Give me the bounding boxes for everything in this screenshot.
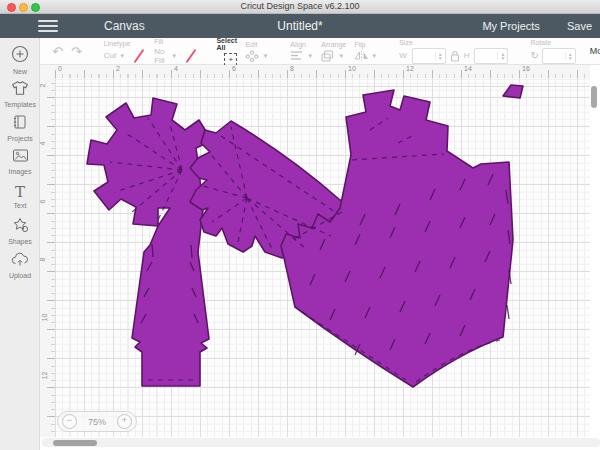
linetype-color-swatch[interactable] xyxy=(132,49,146,63)
fill-group: Fill No Fill▼ xyxy=(154,38,194,65)
ruler-corner xyxy=(40,65,55,79)
my-projects-link[interactable]: My Projects xyxy=(482,20,539,32)
flip-dropdown[interactable]: ▼ xyxy=(354,50,377,62)
corner-template-piece[interactable] xyxy=(503,85,523,98)
lock-aspect-icon[interactable] xyxy=(450,50,460,62)
horizontal-scrollbar[interactable] xyxy=(42,438,600,447)
notebook-icon xyxy=(12,114,28,130)
ruler-tick-label: 14 xyxy=(464,65,472,72)
plus-circle-icon xyxy=(11,45,29,63)
fill-color-swatch[interactable] xyxy=(184,49,194,63)
arrange-layers-icon xyxy=(321,50,335,62)
horizontal-scrollbar-thumb[interactable] xyxy=(53,440,97,446)
align-dropdown[interactable]: ▼ xyxy=(290,50,313,62)
main-body-template-piece[interactable] xyxy=(281,90,513,387)
height-input[interactable] xyxy=(475,51,497,60)
width-input[interactable] xyxy=(413,51,435,60)
sidebar-item-images[interactable]: Images xyxy=(0,148,40,175)
zoom-level: 75% xyxy=(88,417,106,427)
ruler-tick-label: 2 xyxy=(116,65,120,72)
rotate-icon: ↻ xyxy=(530,50,538,61)
fill-label: Fill xyxy=(154,38,163,45)
ruler-tick-label: 4 xyxy=(174,65,178,72)
linetype-label: Linetype xyxy=(104,40,130,47)
ruler-tick-label: 16 xyxy=(522,65,530,72)
select-all-label: Select All xyxy=(216,37,237,51)
zoom-control: − 75% + xyxy=(57,411,137,432)
ruler-tick-label: 8 xyxy=(39,258,46,262)
sidebar-item-templates[interactable]: Templates xyxy=(0,80,40,108)
ruler-vertical: 24681012 xyxy=(40,78,55,437)
vertical-scrollbar-thumb[interactable] xyxy=(591,86,597,108)
height-stepper[interactable]: ▲▼ xyxy=(497,52,507,60)
edit-toolbar: ↶ ↷ Linetype Cut▼ Fill No Fill▼ Select A… xyxy=(40,38,600,65)
design-sidebar: New Templates Projects Images T Text Sha… xyxy=(0,38,40,450)
flip-group: Flip ▼ xyxy=(354,41,377,62)
window-title: Cricut Design Space v6.2.100 xyxy=(0,1,600,11)
width-stepper[interactable]: ▲▼ xyxy=(435,52,445,60)
photo-icon xyxy=(12,148,29,163)
redo-icon[interactable]: ↷ xyxy=(71,44,82,59)
letter-t-icon: T xyxy=(15,183,25,201)
cone-tail-template-piece[interactable] xyxy=(87,98,212,386)
ruler-tick-label: 10 xyxy=(41,314,48,322)
macos-titlebar: Cricut Design Space v6.2.100 xyxy=(0,0,600,14)
edit-group: Edit ▼ xyxy=(245,41,268,62)
edit-dropdown[interactable]: ▼ xyxy=(245,50,268,62)
hamburger-menu-icon[interactable] xyxy=(38,20,58,32)
cricut-design-space-window: { "window": { "title": "Cricut Design Sp… xyxy=(0,0,600,450)
align-label: Align xyxy=(290,41,306,48)
fill-dropdown[interactable]: No Fill▼ xyxy=(154,47,177,65)
linetype-group: Linetype Cut▼ xyxy=(104,40,146,63)
ruler-tick-label: 12 xyxy=(406,65,414,72)
document-title: Untitled* xyxy=(200,19,400,33)
tshirt-icon xyxy=(11,80,29,96)
flip-icon xyxy=(354,50,368,62)
sidebar-item-upload[interactable]: Upload xyxy=(0,252,40,279)
select-all-group: Select All + xyxy=(216,37,237,66)
rotate-group: Rotate ↻ ▲▼ xyxy=(530,39,575,64)
ruler-tick-label: 6 xyxy=(39,200,46,204)
design-artwork xyxy=(55,78,590,437)
app-header: Canvas Untitled* My Projects Save xyxy=(0,14,600,38)
edit-tools-icon xyxy=(245,50,259,62)
linetype-dropdown[interactable]: Cut▼ xyxy=(104,51,125,60)
select-all-button[interactable]: + xyxy=(224,53,237,66)
rotate-input[interactable] xyxy=(543,51,565,60)
ruler-tick-label: 8 xyxy=(290,65,294,72)
arrange-group: Arrange ▼ xyxy=(321,41,346,62)
size-group: Size W ▲▼ H ▲▼ xyxy=(399,39,508,64)
zoom-in-button[interactable]: + xyxy=(117,414,132,429)
align-icon xyxy=(290,50,304,62)
rotate-label: Rotate xyxy=(530,39,551,46)
rotate-stepper[interactable]: ▲▼ xyxy=(565,52,575,60)
sidebar-item-projects[interactable]: Projects xyxy=(0,114,40,142)
ruler-tick-label: 4 xyxy=(39,142,46,146)
sidebar-item-text[interactable]: T Text xyxy=(0,183,40,209)
edit-label: Edit xyxy=(245,41,257,48)
ruler-horizontal: 0246810121416 xyxy=(55,65,590,79)
canvas-area[interactable]: − 75% + xyxy=(55,78,590,437)
ruler-tick-label: 2 xyxy=(39,84,46,88)
more-dropdown[interactable]: More▼ xyxy=(590,46,600,56)
size-label: Size xyxy=(399,39,413,46)
star-shape-icon xyxy=(12,217,29,233)
save-button[interactable]: Save xyxy=(567,20,592,32)
undo-icon[interactable]: ↶ xyxy=(52,44,63,59)
sidebar-item-shapes[interactable]: Shapes xyxy=(0,217,40,245)
flip-label: Flip xyxy=(354,41,365,48)
width-label: W xyxy=(399,51,407,60)
cloud-upload-icon xyxy=(11,252,29,267)
arrange-dropdown[interactable]: ▼ xyxy=(321,50,344,62)
ruler-tick-label: 0 xyxy=(58,65,62,72)
ruler-tick-label: 10 xyxy=(348,65,356,72)
zoom-out-button[interactable]: − xyxy=(62,414,77,429)
ruler-tick-label: 6 xyxy=(232,65,236,72)
arrange-label: Arrange xyxy=(321,41,346,48)
ruler-tick-label: 12 xyxy=(41,372,48,380)
canvas-nav-label[interactable]: Canvas xyxy=(104,19,145,33)
height-label: H xyxy=(464,51,470,60)
sidebar-item-new[interactable]: New xyxy=(0,45,40,75)
align-group: Align ▼ xyxy=(290,41,313,62)
